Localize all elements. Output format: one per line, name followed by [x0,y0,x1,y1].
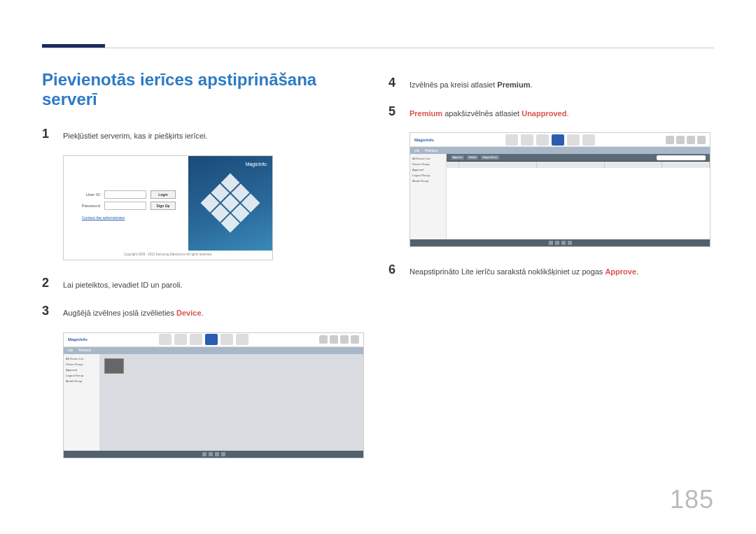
step-number: 4 [388,76,400,90]
sidebar-item[interactable]: Model Group [412,179,444,183]
sidebar-item[interactable]: All Device List [412,157,444,160]
password-label: Password [76,204,100,208]
login-userid-row: User ID Login [76,190,176,199]
subtab-lite[interactable]: Lite [414,149,419,153]
app-bottom-bar [410,239,710,246]
pager-icon[interactable] [209,452,213,456]
export-excel-button[interactable]: Export Excel [481,155,499,160]
subtab-premium[interactable]: Premium [78,349,91,352]
magicinfo-logo: MagicInfo [246,162,267,167]
step-text: Piekļūstiet serverim, kas ir piešķirts i… [63,127,208,143]
sidebar-item[interactable]: Device Group [66,363,97,366]
util-icon[interactable] [340,335,349,344]
app-main-nav-icons [505,134,595,146]
nav-icon[interactable] [582,134,595,146]
nav-icon[interactable] [567,134,580,146]
nav-icon-device[interactable] [552,134,564,146]
subtab-premium[interactable]: Premium [425,149,438,153]
table-body [447,168,710,239]
app-main-nav-icons [159,334,248,345]
util-icon[interactable] [330,335,338,344]
nav-icon[interactable] [536,134,549,146]
app-sidebar: All Device List Device Group Approval Lo… [64,354,100,451]
pager-icon[interactable] [215,452,219,456]
sidebar-item[interactable]: Model Group [66,379,97,383]
unapproved-app-screenshot: MagicInfo Lite Premium [410,132,710,247]
step-5: 5 Premium apakšizvēlnēs atlasiet Unappro… [388,104,714,120]
app-brand-logo: MagicInfo [414,138,434,142]
right-column: 4 Izvēlnēs pa kreisi atlasiet Premium. 5… [388,63,714,474]
step-2: 2 Lai pieteiktos, ievadiet ID un paroli. [42,276,368,292]
step-number: 3 [42,304,53,318]
step-number: 6 [388,262,400,277]
util-icon[interactable] [666,136,674,144]
step-6: 6 Neapstiprināto Lite ierīču sarakstā no… [388,262,714,279]
app-brand-logo: MagicInfo [68,337,88,342]
app-topbar: MagicInfo [410,133,710,147]
content-columns: Pievienotās ierīces apstiprināšana serve… [42,63,714,474]
util-icon[interactable] [697,136,706,144]
nav-icon[interactable] [236,334,248,345]
app-subtabs: Lite Premium [64,347,363,354]
col-header [537,162,605,168]
sidebar-item[interactable]: Approval [412,168,444,171]
pager-icon[interactable] [221,452,225,456]
nav-icon[interactable] [174,334,187,345]
table-header [447,162,710,168]
nav-icon[interactable] [159,334,172,345]
contact-admin-link[interactable]: Contact the administrator [82,216,125,220]
util-icon[interactable] [687,136,695,144]
step-1: 1 Piekļūstiet serverim, kas ir piešķirts… [42,127,368,143]
subtab-lite[interactable]: Lite [68,349,73,352]
login-password-row: Password Sign Up [76,202,176,210]
app-canvas [100,354,363,451]
device-thumbnail[interactable] [104,358,124,374]
pager-icon[interactable] [202,452,206,456]
sidebar-item[interactable]: Approval [66,368,97,372]
sidebar-item[interactable]: All Device List [66,357,97,360]
device-keyword: Device [176,309,201,317]
col-header [459,162,537,168]
util-icon[interactable] [351,335,359,344]
sidebar-item[interactable]: Logical Group [66,374,97,377]
pager-icon[interactable] [568,241,572,245]
nav-icon-device[interactable] [205,334,218,345]
nav-icon[interactable] [505,134,518,146]
app-content-panel: Approve Delete Export Excel [447,154,710,239]
login-hero-panel: MagicInfo [188,156,272,251]
pager-icon[interactable] [561,241,566,245]
userid-field[interactable] [104,190,146,199]
sidebar-item[interactable]: Logical Group [412,174,444,177]
col-header [605,162,662,168]
util-icon[interactable] [676,136,685,144]
step-number: 5 [388,104,400,119]
password-field[interactable] [104,202,146,210]
app-subtabs: Lite Premium [410,147,710,154]
approve-keyword: Approve [605,267,636,276]
unapproved-keyword: Unapproved [522,109,566,118]
signup-button[interactable]: Sign Up [150,202,176,210]
util-icon[interactable] [319,335,328,344]
search-input[interactable] [657,155,706,160]
login-screenshot: User ID Login Password Sign Up Contact t… [63,155,273,260]
approve-button[interactable]: Approve [451,155,464,160]
delete-button[interactable]: Delete [467,155,478,160]
nav-icon[interactable] [220,334,233,345]
step-3: 3 Augšējā izvēlnes joslā izvēlieties Dev… [42,304,368,320]
sidebar-item[interactable]: Device Group [412,162,444,166]
diamond-graphic-icon [201,174,260,233]
step-text: Lai pieteiktos, ievadiet ID un paroli. [63,276,183,292]
nav-icon[interactable] [521,134,533,146]
pager-icon[interactable] [555,241,559,245]
step5-post: . [566,109,568,118]
header-divider [42,48,714,48]
device-app-screenshot: MagicInfo Lite Premium [63,332,364,458]
pager-icon[interactable] [549,241,553,245]
list-toolbar: Approve Delete Export Excel [447,154,710,162]
login-button[interactable]: Login [150,190,176,199]
nav-icon[interactable] [190,334,202,345]
step-text: Neapstiprināto Lite ierīču sarakstā nokl… [410,262,638,279]
col-checkbox [447,162,459,168]
step5-mid: apakšizvēlnēs atlasiet [442,109,522,118]
left-column: Pievienotās ierīces apstiprināšana serve… [42,63,368,474]
